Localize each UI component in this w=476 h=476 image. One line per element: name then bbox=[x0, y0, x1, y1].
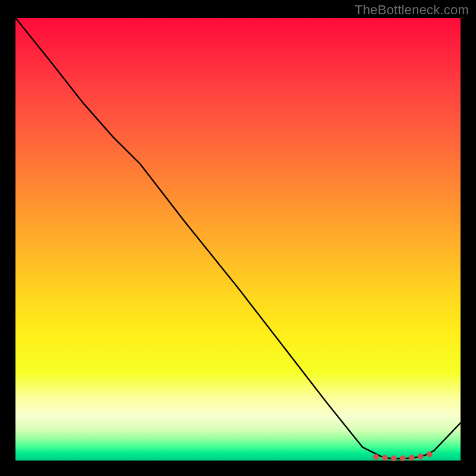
data-marker bbox=[373, 455, 378, 460]
data-marker bbox=[382, 455, 387, 461]
chart-container: TheBottleneck.com bbox=[0, 0, 476, 476]
data-marker bbox=[400, 456, 405, 461]
data-marker bbox=[391, 456, 396, 461]
chart-svg bbox=[15, 18, 461, 461]
data-marker bbox=[418, 454, 423, 459]
data-marker bbox=[409, 455, 414, 461]
plot-area bbox=[15, 18, 461, 461]
line-series bbox=[15, 18, 461, 459]
watermark-text: TheBottleneck.com bbox=[355, 2, 469, 18]
data-marker bbox=[427, 452, 432, 457]
